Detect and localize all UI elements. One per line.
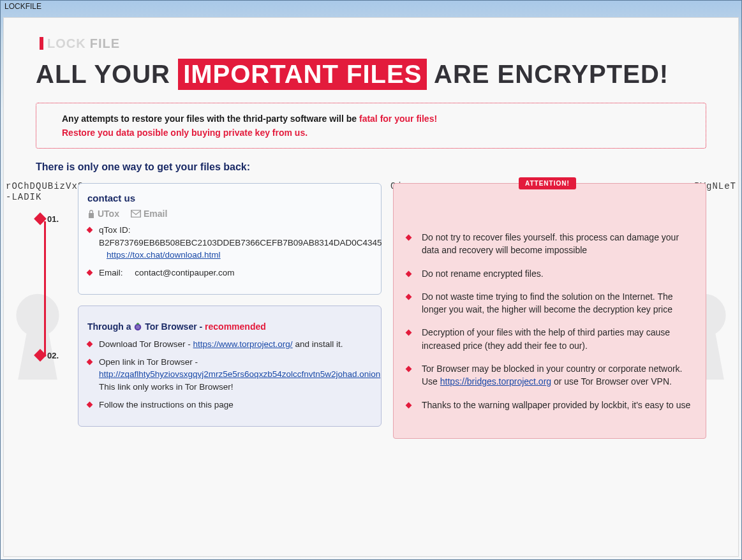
warning-line2: Restore you data posible only buying pri…: [62, 128, 680, 138]
tor-onion-link[interactable]: http://zqaflhty5hyziovsxgqvj2mrz5e5rs6oq…: [99, 369, 380, 379]
step-connector: [44, 221, 46, 357]
step-1: 01.: [36, 211, 66, 226]
tor-dl-pre: Download Tor Browser -: [99, 339, 193, 349]
tor-card-title: Through a Tor Browser - recommended: [87, 321, 372, 332]
tab-email[interactable]: Email: [131, 209, 167, 219]
tor-open-note: This link only works in Tor Browser!: [99, 382, 234, 392]
attention-text: Do not rename encrypted files.: [422, 269, 544, 279]
tor-recommended: recommended: [205, 321, 266, 332]
email-entry: Email: contact@contipauper.com: [87, 267, 372, 279]
attention-text: Decryption of your files with the help o…: [422, 327, 670, 350]
attention-text: Thanks to the warning wallpaper provided…: [422, 400, 690, 410]
tor-title-mid: Tor Browser -: [145, 321, 205, 332]
headline: ALL YOUR IMPORTANT FILES ARE ENCRYPTED!: [36, 59, 706, 90]
attention-tor-post: or use Tor Browser over VPN.: [551, 376, 672, 387]
right-column: ATTENTION! Do not try to recover files y…: [393, 183, 706, 439]
warning-fatal: fatal for your files!: [359, 114, 437, 124]
tor-open-pre: Open link in Tor Browser -: [99, 357, 198, 367]
attention-item: Do not try to recover files yourself. th…: [406, 231, 693, 257]
tor-follow-text: Follow the instructions on this page: [99, 400, 234, 409]
tor-onion-icon: [133, 322, 142, 331]
qtox-label: qTox ID:: [99, 225, 131, 235]
step-gutter: 01. 02.: [36, 183, 66, 484]
tor-download-link[interactable]: https://www.torproject.org/: [193, 339, 293, 349]
headline-highlight: IMPORTANT FILES: [178, 59, 427, 90]
headline-pre: ALL YOUR: [36, 60, 170, 88]
warning-line1: Any attempts to restore your files with …: [62, 114, 680, 124]
attention-text: Do not waste time trying to find the sol…: [422, 291, 673, 314]
tab-email-label: Email: [144, 209, 167, 219]
tab-utox[interactable]: UTox: [87, 209, 119, 219]
tor-open-entry: Open link in Tor Browser - http://zqaflh…: [87, 356, 372, 394]
tor-card: Through a Tor Browser - recommended Down…: [78, 306, 382, 427]
attention-item: Do not rename encrypted files.: [406, 267, 693, 280]
brand-accent-bar: [40, 37, 43, 50]
tab-utox-label: UTox: [98, 209, 119, 219]
window-content: rOChDQUBizVx8 -LADIK Gjo RVgNLeT LOCK FI…: [3, 17, 739, 557]
attention-text: Do not try to recover files yourself. th…: [422, 232, 679, 255]
step-2-label: 02.: [47, 351, 59, 360]
tor-title-pre: Through a: [87, 321, 133, 332]
svg-point-3: [136, 325, 140, 329]
brand-word-file: FILE: [90, 36, 120, 51]
tor-download-entry: Download Tor Browser - https://www.torpr…: [87, 338, 372, 351]
email-label: Email:: [99, 268, 123, 277]
warning-line1-text: Any attempts to restore your files with …: [62, 114, 359, 124]
window-title: LOCKFILE: [1, 1, 741, 15]
attention-item: Thanks to the warning wallpaper provided…: [406, 399, 693, 411]
warning-box: Any attempts to restore your files with …: [36, 103, 706, 149]
tor-dl-post: and install it.: [293, 339, 343, 349]
left-column: contact us UTox Email qTox ID:: [78, 183, 382, 427]
attention-badge: ATTENTION!: [519, 177, 576, 189]
email-value: contact@contipauper.com: [135, 268, 234, 277]
step-1-label: 01.: [47, 214, 59, 224]
lock-icon: [87, 209, 95, 218]
attention-item-tor: Tor Browser may be blocked in your count…: [406, 362, 693, 388]
brand-row: LOCK FILE: [40, 34, 706, 52]
brand-word-lock: LOCK: [47, 36, 86, 51]
subheading: There is only one way to get your files …: [36, 161, 706, 173]
contact-tabs: UTox Email: [87, 209, 372, 219]
contact-card: contact us UTox Email qTox ID:: [78, 183, 382, 295]
bridges-link[interactable]: https://bridges.torproject.org: [440, 376, 551, 387]
attention-item: Decryption of your files with the help o…: [406, 326, 693, 352]
qtox-download-link[interactable]: https://tox.chat/download.html: [107, 249, 372, 262]
attention-item: Do not waste time trying to find the sol…: [406, 290, 693, 316]
step-2: 02.: [36, 348, 66, 363]
qtox-id: B2F873769EB6B508EBC2103DDEB7366CEFB7B09A…: [99, 238, 382, 247]
headline-post: ARE ENCRYPTED!: [434, 60, 669, 88]
tor-follow-entry: Follow the instructions on this page: [87, 399, 372, 411]
attention-card: ATTENTION! Do not try to recover files y…: [393, 183, 706, 439]
qtox-entry: qTox ID: B2F873769EB6B508EBC2103DDEB7366…: [87, 224, 372, 262]
envelope-icon: [131, 210, 141, 217]
contact-title: contact us: [87, 193, 372, 203]
